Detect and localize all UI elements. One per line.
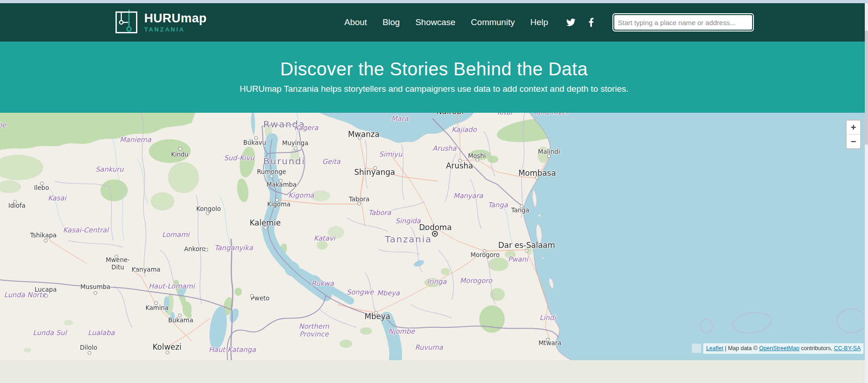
nav-help[interactable]: Help	[530, 17, 548, 27]
place-search-box	[612, 13, 754, 31]
map-label: Lomami	[162, 231, 189, 239]
facebook-icon[interactable]	[588, 17, 594, 27]
map-label: Ilebo	[34, 184, 49, 192]
map-label: Rwanda	[263, 119, 305, 130]
license-link[interactable]: CC-BY-SA	[834, 345, 861, 352]
map-label: Muyinga	[282, 140, 308, 147]
city-marker	[133, 268, 137, 272]
city-marker	[264, 226, 267, 230]
city-marker	[525, 249, 528, 252]
twitter-icon[interactable]	[565, 18, 576, 27]
city-marker	[546, 338, 549, 341]
map-label: Tanganyika	[214, 244, 253, 252]
nav-about[interactable]: About	[344, 17, 367, 27]
map-label: Songwe	[346, 289, 373, 296]
zoom-out-button[interactable]: −	[847, 134, 860, 148]
city-marker	[204, 248, 208, 252]
map-label: Lindi	[539, 314, 556, 322]
map-label: Musumba	[80, 283, 110, 291]
nav-blog[interactable]: Blog	[382, 17, 400, 27]
map-label: Nairobi	[436, 113, 464, 116]
map-label: Mtwara	[539, 340, 561, 347]
map-label: Sankuru	[95, 166, 124, 173]
map-label: Simiyu	[379, 151, 403, 158]
leaflet-map[interactable]: RwandaBurundiTanzaniaNairobiKituiTana Ri…	[0, 113, 868, 360]
map-label: Tanga	[488, 201, 508, 209]
map-label: Mwene- Ditu	[106, 257, 130, 271]
map-label: Bukavu	[243, 139, 266, 147]
map-label: Kamina	[146, 304, 169, 312]
openstreetmap-link[interactable]: OpenStreetMap	[759, 345, 799, 352]
browser-scrollbar[interactable]	[865, 3, 868, 383]
logo[interactable]: HURUmap TANZANIA	[114, 9, 207, 36]
map-label: Singida	[395, 217, 421, 225]
map-label: Kasai	[48, 194, 66, 202]
map-label: Mbeya	[377, 289, 400, 297]
map-label: Rukwa	[311, 280, 334, 288]
map-label: Haut-Katanga	[209, 346, 256, 354]
city-marker	[358, 136, 361, 140]
map-label: Kigoma	[267, 201, 291, 208]
map-label: Mara	[391, 115, 408, 123]
map-label: Lualaba	[88, 329, 115, 337]
nav-zone: About Blog Showcase Community Help	[344, 13, 754, 31]
city-marker	[44, 294, 48, 298]
city-marker	[547, 154, 551, 158]
map-label: Lunda Sul	[33, 329, 67, 337]
city-marker	[94, 291, 97, 295]
city-marker	[115, 255, 118, 258]
city-marker	[483, 249, 486, 253]
map-label: Kagera	[294, 124, 319, 132]
map-label: Njombe	[388, 328, 415, 336]
map-label: Dilolo	[80, 344, 97, 352]
scrollbar-thumb[interactable]	[865, 31, 868, 145]
city-marker	[13, 200, 17, 204]
main-header: HURUmap TANZANIA About Blog Showcase Com…	[0, 3, 868, 42]
city-marker	[44, 239, 47, 242]
map-label: Iringa	[427, 278, 447, 286]
logo-text: HURUmap TANZANIA	[144, 12, 207, 32]
map-label: Tanga	[511, 207, 529, 214]
nav-community[interactable]: Community	[471, 17, 515, 27]
city-marker	[294, 147, 298, 150]
city-marker	[373, 166, 377, 170]
hero-subtitle: HURUmap Tanzania helps storytellers and …	[0, 84, 868, 94]
city-marker	[270, 174, 273, 178]
attribution-text: | Map data ©	[723, 345, 759, 352]
map-label: Tshikapa	[30, 232, 57, 239]
map-label: Makamba	[267, 181, 297, 189]
hurumap-logo-icon	[114, 9, 139, 36]
city-marker	[374, 311, 378, 315]
map-label: Mwanza	[348, 130, 379, 139]
city-marker	[279, 179, 282, 183]
nav-showcase[interactable]: Showcase	[415, 17, 455, 27]
map-label: Kigoma	[288, 192, 314, 199]
map-label: Tana River	[533, 113, 569, 117]
map-label: Lucapa	[35, 286, 57, 294]
capital-marker	[432, 231, 438, 237]
map-label: Tabora	[368, 209, 391, 217]
map-label: Kajiado	[452, 126, 477, 134]
attribution-text: contributors,	[800, 345, 834, 352]
city-marker	[535, 176, 539, 179]
map-label: Bukama	[168, 317, 193, 324]
city-marker	[166, 351, 169, 354]
zoom-in-button[interactable]: +	[847, 121, 860, 134]
leaflet-link[interactable]: Leaflet	[706, 345, 723, 352]
map-label: be	[0, 121, 6, 129]
map-label: Kasai-Central	[63, 226, 109, 234]
city-marker	[178, 147, 182, 151]
map-label: Burundi	[263, 156, 305, 167]
map-label: Katavi	[314, 235, 335, 242]
city-marker	[458, 159, 462, 163]
place-search-input[interactable]	[614, 15, 752, 30]
map-label: Ankoro	[184, 246, 206, 253]
map-label: Arusha	[433, 145, 456, 152]
map-label: Tanzania	[385, 234, 432, 245]
map-label: Ruvuma	[415, 344, 443, 352]
map-label: Maniema	[120, 136, 152, 144]
hero-banner: Discover the Stories Behind the Data HUR…	[0, 42, 868, 113]
map-label: Morogoro	[460, 277, 492, 285]
map-zoom-control: + −	[846, 120, 861, 149]
map-label: Haut-Lomami	[148, 283, 194, 290]
